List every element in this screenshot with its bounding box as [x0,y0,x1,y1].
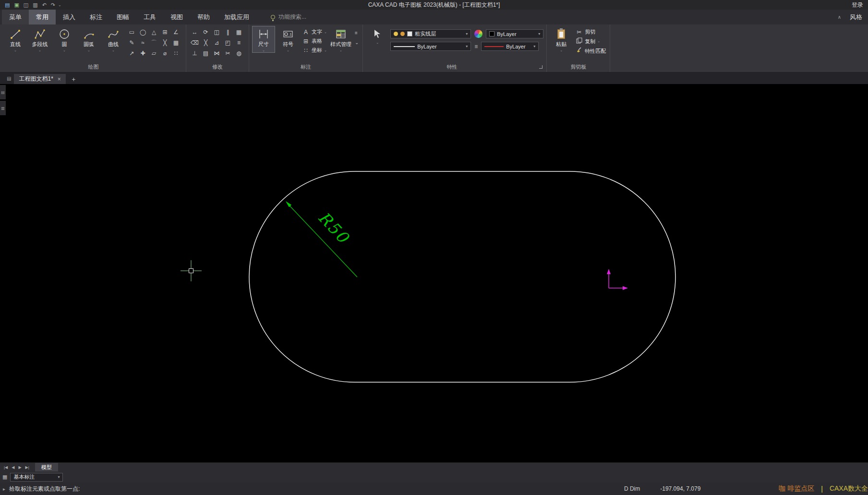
linetype-more-icon[interactable]: ≡ [474,43,478,50]
ribbon-collapse-icon[interactable]: ∧ [835,10,844,24]
cut-button[interactable]: ✂ 剪切 [574,28,607,36]
draw-grid-icon[interactable]: ▦ [170,37,181,48]
draw-grid-icon[interactable]: ≈ [137,37,148,48]
coordinate-button[interactable]: ∷ 坐标 ⌄ [301,47,328,54]
arc-icon [83,28,95,40]
table-button[interactable]: ⊞ 表格 [301,37,328,45]
quick-access-icon[interactable]: ▥ [33,0,37,10]
sheet-nav-icon[interactable]: ▶| [25,465,29,470]
modify-grid-icon[interactable]: ✂ [222,48,233,59]
quick-access-icon[interactable]: ▣ [14,0,19,10]
modify-grid-icon[interactable]: ↔ [189,27,200,37]
linetype-select[interactable]: ByLayer ▾ [390,42,471,51]
tab-addons[interactable]: 加载应用 [217,10,256,24]
match-properties-button[interactable]: 特性匹配 [574,47,607,55]
modify-grid-icon[interactable]: ⌫ [189,37,200,48]
draw-grid-icon[interactable]: ✎ [126,37,137,48]
properties-label: 特性 [367,63,537,71]
color-select[interactable]: ByLayer ▾ [486,29,543,38]
draw-grid-icon[interactable]: ∷ [170,48,181,59]
tab-sheet[interactable]: 图幅 [109,10,136,24]
chevron-down-icon: ⌄ [560,48,563,52]
draw-grid-icon[interactable]: ↗ [126,48,137,59]
model-tab[interactable]: 模型 [35,463,58,471]
pick-filter-button[interactable]: ⌄ [366,26,389,45]
modify-grid-icon[interactable]: ◰ [222,37,233,48]
dim-style-select[interactable]: 基本标注 ▾ [10,473,63,482]
chevron-down-icon[interactable]: ⌄ [355,40,359,45]
draw-grid-icon[interactable]: ⌒ [148,37,159,48]
line-tool-button[interactable]: 直线 ⌄ [4,26,27,53]
tab-view[interactable]: 视图 [163,10,190,24]
arc-tool-button[interactable]: 圆弧 ⌄ [77,26,100,53]
login-button[interactable]: 登录 [852,1,863,9]
chevron-down-icon: ⌄ [87,48,90,52]
side-palette-tab[interactable]: ▥ [0,101,6,115]
quick-access-icon[interactable]: ◫ [24,0,28,10]
sheet-nav-icon[interactable]: ◀ [12,465,14,470]
tab-common[interactable]: 常用 [29,10,56,24]
draw-grid-icon[interactable]: ╳ [159,37,170,48]
drawing-canvas[interactable]: ▤▥ R50 [0,84,868,462]
new-tab-button[interactable]: ＋ [67,74,81,84]
draw-grid-icon[interactable]: ▱ [148,48,159,59]
polyline-tool-button[interactable]: 多段线 ⌄ [28,26,51,53]
tab-menu[interactable]: 菜单 [2,10,29,24]
copy-button[interactable]: 复制 ⌄ [574,37,607,45]
modify-grid-icon[interactable]: ◍ [233,48,244,59]
coordinate-icon: ∷ [302,47,310,54]
dialog-launcher-icon[interactable] [539,65,542,69]
prompt-icon: ▸ [3,486,5,492]
modify-grid-icon[interactable]: ◫ [211,27,222,37]
tab-help[interactable]: 帮助 [190,10,217,24]
draw-grid-icon[interactable]: ⌀ [159,48,170,59]
modify-grid-icon[interactable]: ⋈ [211,48,222,59]
draw-grid-icon[interactable]: ✚ [137,48,148,59]
watermark-text-2: CAXA数大全 [830,484,868,493]
bulb-icon [271,15,275,19]
color-wheel-icon[interactable] [474,30,482,38]
qat-customize-caret-icon[interactable]: ⌄ [58,3,61,7]
symbol-button[interactable]: .1 符号 ⌄ [277,26,300,53]
modify-grid-icon[interactable]: ▤ [200,48,211,59]
close-icon[interactable]: × [58,76,61,83]
sheet-nav-icon[interactable]: ▶ [18,465,21,470]
document-tab-bar: ▤ 工程图文档1* × ＋ [0,72,868,84]
modify-grid-icon[interactable]: ⊿ [211,37,222,48]
circle-tool-button[interactable]: 圆 ⌄ [53,26,76,53]
paste-button[interactable]: 粘贴 ⌄ [550,26,573,53]
symbol-icon: .1 [282,28,294,40]
text-button[interactable]: A 文字 ⌄ [301,28,328,36]
draw-grid-icon[interactable]: △ [148,27,159,37]
tab-tools[interactable]: 工具 [136,10,163,24]
modify-grid-icon[interactable]: ≡ [233,37,244,48]
quick-access-icon[interactable]: ▤ [5,0,10,10]
spline-tool-button[interactable]: 曲线 ⌄ [102,26,125,53]
paste-icon [557,28,565,40]
lineweight-select[interactable]: ByLayer ▾ [481,42,539,51]
draw-grid-icon[interactable]: ◯ [137,27,148,37]
draw-grid-icon[interactable]: ⊞ [159,27,170,37]
modify-grid-icon[interactable]: ⟳ [200,27,211,37]
quick-access-icon[interactable]: ↷ [51,0,55,10]
side-palette-tab[interactable]: ▤ [0,85,6,99]
draw-grid-icon[interactable]: ▭ [126,27,137,37]
tab-insert[interactable]: 插入 [56,10,83,24]
brush-icon [575,47,583,55]
tab-annotate[interactable]: 标注 [83,10,109,24]
modify-grid-icon[interactable]: ▦ [233,27,244,37]
document-tab[interactable]: 工程图文档1* × [14,74,65,84]
dimension-button[interactable]: 尺寸 ⌄ [252,26,275,53]
draw-grid-icon[interactable]: ∠ [170,27,181,37]
hamburger-icon[interactable]: ≡ [355,30,359,36]
sheet-nav-icon[interactable]: |◀ [4,465,8,470]
modify-grid-icon[interactable]: ∥ [222,27,233,37]
style-toggle[interactable]: 风格 [844,10,868,24]
modify-grid-icon[interactable]: ╳ [200,37,211,48]
function-search[interactable]: 功能搜索... [271,10,306,24]
quick-access-icon[interactable]: ↶ [42,0,47,10]
spline-icon [108,28,119,40]
style-manager-button[interactable]: 样式管理 ⌄ [329,26,352,53]
layer-select[interactable]: 粗实线层 ▾ [390,29,471,38]
modify-grid-icon[interactable]: ⊥ [189,48,200,59]
